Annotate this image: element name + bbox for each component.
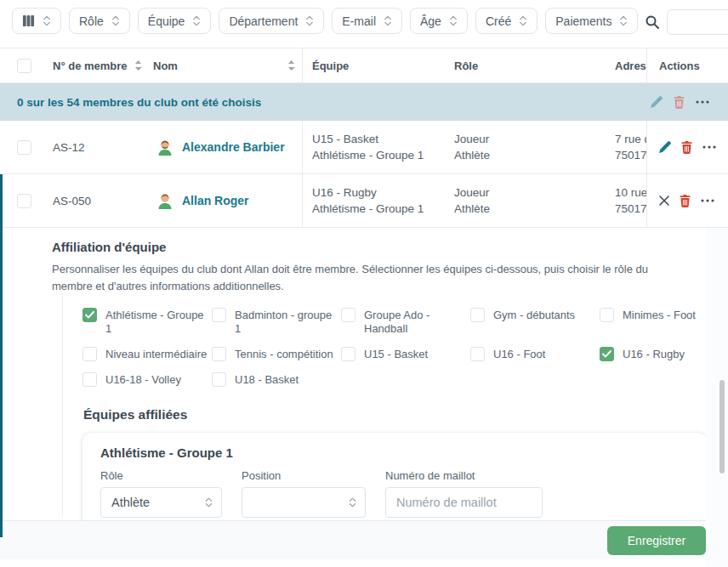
role-select[interactable]: Athlète — [100, 487, 222, 518]
columns-button[interactable] — [12, 8, 61, 34]
team-option[interactable]: U16 - Rugby — [600, 347, 706, 361]
filter-email-button[interactable]: E-mail — [332, 8, 402, 34]
team-option-label: Badminton - groupe 1 — [235, 308, 337, 336]
checkbox[interactable] — [212, 347, 226, 361]
column-header-name[interactable]: Nom — [153, 60, 178, 72]
search-input[interactable] — [667, 9, 728, 35]
position-select[interactable] — [242, 487, 366, 518]
row-delete-button[interactable] — [681, 141, 692, 154]
team-checkbox-grid: Athlétisme - Groupe 1 Badminton - groupe… — [82, 308, 706, 387]
selection-status-bar: 0 sur les 54 membres du club ont été cho… — [0, 83, 728, 121]
filter-age-button[interactable]: Âge — [410, 8, 468, 34]
bulk-edit-button[interactable] — [651, 96, 663, 108]
filter-department-button[interactable]: Département — [219, 8, 324, 34]
row-edit-button[interactable] — [659, 141, 671, 153]
filter-role-button[interactable]: Rôle — [69, 8, 130, 34]
chevron-updown-icon — [519, 14, 527, 27]
checkbox[interactable] — [470, 308, 485, 322]
checkbox[interactable] — [82, 347, 97, 361]
column-header-address[interactable]: Adresse — [615, 60, 646, 72]
team-option[interactable]: U15 - Basket — [341, 347, 470, 361]
selected-row-indicator — [0, 174, 3, 537]
team-option[interactable]: Groupe Ado - Handball — [341, 308, 470, 336]
team-option-label: U16 - Rugby — [623, 347, 685, 361]
team-option[interactable]: Tennis - compétition — [212, 347, 341, 361]
panel-title: Affiliation d'équipe — [52, 240, 706, 254]
filter-payments-button[interactable]: Paiements — [545, 8, 638, 34]
trash-icon — [681, 141, 692, 154]
column-header-team[interactable]: Équipe — [312, 60, 349, 72]
pencil-icon — [659, 141, 671, 153]
affiliated-teams-title: Équipes affiliées — [83, 407, 706, 422]
team-option[interactable]: Gym - débutants — [470, 308, 600, 336]
team-line: U15 - Basket — [312, 131, 378, 147]
member-number: AS-12 — [53, 141, 85, 154]
role-field: Rôle Athlète — [100, 469, 222, 518]
team-line: Athlétisme - Groupe 1 — [312, 201, 424, 217]
chevron-updown-icon — [43, 14, 51, 27]
role-line: Athlète — [454, 201, 490, 217]
checkbox[interactable] — [470, 347, 485, 361]
checkbox[interactable] — [82, 372, 97, 387]
team-option[interactable]: Niveau intermédiaire — [82, 347, 212, 361]
checkbox[interactable] — [212, 372, 226, 387]
member-name-link[interactable]: Allan Roger — [182, 194, 249, 207]
team-option-label: Groupe Ado - Handball — [364, 308, 466, 336]
affiliated-team-card: Athlétisme - Groupe 1 Rôle Athlète Posit… — [82, 433, 706, 520]
checkbox[interactable] — [341, 308, 355, 322]
filter-label: Âge — [420, 14, 441, 28]
team-option[interactable]: Badminton - groupe 1 — [212, 308, 341, 336]
column-header-role[interactable]: Rôle — [454, 60, 478, 72]
chevron-updown-icon — [349, 496, 356, 508]
ellipsis-icon — [696, 100, 709, 104]
jersey-number-input[interactable] — [385, 487, 543, 518]
checkbox-checked[interactable] — [600, 347, 614, 361]
chevron-updown-icon — [305, 14, 314, 27]
filter-label: Créé — [486, 14, 511, 28]
row-more-button[interactable] — [701, 199, 714, 202]
filter-team-button[interactable]: Équipe — [138, 8, 212, 34]
address-line: 10 rue — [615, 184, 646, 201]
address-line: 7 rue d — [615, 131, 646, 147]
bottom-spacer — [0, 559, 728, 567]
search-area — [646, 8, 728, 35]
row-delete-button[interactable] — [680, 195, 691, 207]
address-line: 75017 — [615, 201, 646, 217]
filter-toolbar: Rôle Équipe Département E-mail Âge Créé … — [0, 0, 728, 48]
team-option-label: Minimes - Foot — [623, 308, 696, 322]
team-option[interactable]: Athlétisme - Groupe 1 — [82, 308, 212, 336]
select-all-checkbox[interactable] — [17, 59, 31, 73]
sort-icon[interactable] — [134, 60, 142, 71]
close-icon — [659, 196, 669, 206]
filter-label: E-mail — [342, 14, 376, 28]
checkbox[interactable] — [212, 308, 226, 322]
member-number: AS-050 — [53, 195, 91, 207]
ellipsis-icon — [702, 145, 716, 149]
column-header-member[interactable]: N° de membre — [53, 60, 128, 72]
role-line: Athlète — [454, 147, 490, 163]
pencil-icon — [651, 96, 663, 108]
filter-created-button[interactable]: Créé — [475, 8, 537, 34]
member-name-link[interactable]: Alexandre Barbier — [182, 140, 285, 154]
team-option-label: U15 - Basket — [364, 347, 428, 361]
columns-icon — [22, 14, 35, 27]
team-option[interactable]: Minimes - Foot — [600, 308, 706, 336]
row-more-button[interactable] — [702, 145, 716, 149]
team-option[interactable]: U18 - Basket — [212, 372, 341, 387]
row-checkbox[interactable] — [17, 140, 31, 155]
row-checkbox[interactable] — [17, 194, 31, 208]
bulk-more-button[interactable] — [696, 100, 709, 104]
team-option-label: Tennis - compétition — [235, 347, 333, 361]
row-collapse-button[interactable] — [659, 196, 669, 206]
card-title: Athlétisme - Groupe 1 — [100, 445, 689, 460]
jersey-field: Numéro de maillot — [385, 469, 543, 518]
checkbox-checked[interactable] — [82, 308, 97, 322]
scrollbar-thumb[interactable] — [719, 380, 725, 473]
save-button[interactable]: Enregistrer — [607, 526, 706, 555]
sort-icon[interactable] — [287, 60, 295, 71]
checkbox[interactable] — [600, 308, 614, 322]
checkbox[interactable] — [341, 347, 355, 361]
team-option[interactable]: U16-18 - Volley — [82, 372, 212, 387]
team-option[interactable]: U16 - Foot — [470, 347, 600, 361]
bulk-delete-button[interactable] — [674, 96, 685, 109]
